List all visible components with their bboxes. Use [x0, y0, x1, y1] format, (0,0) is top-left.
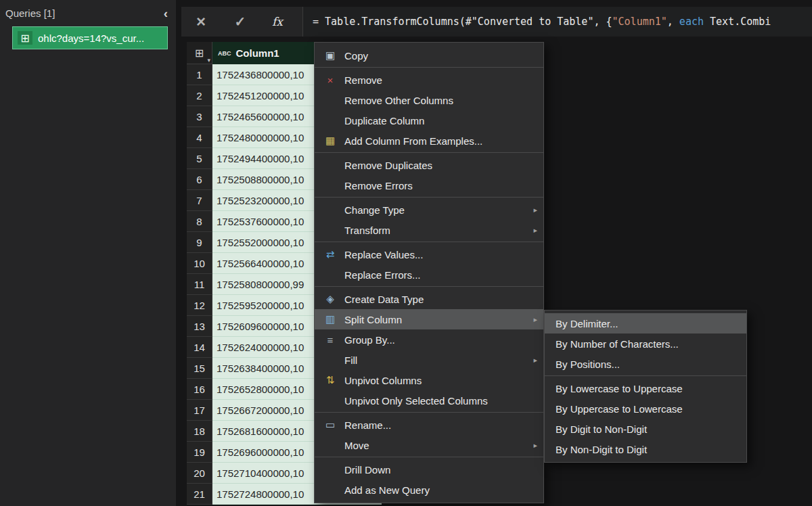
menu-item-create-data-type[interactable]: ◈Create Data Type	[315, 289, 543, 309]
confirm-formula-button[interactable]: ✓	[221, 14, 260, 30]
menu-item-label: Remove Errors	[344, 180, 413, 191]
submenu-arrow-icon: ▸	[533, 315, 537, 324]
formula-token: Text.Combi	[704, 16, 771, 28]
menu-item-remove-duplicates[interactable]: Remove Duplicates	[315, 155, 543, 175]
power-query-editor: Queries [1] ‹ ⊞ ohlc?days=14?vs_cur... ×…	[0, 0, 812, 506]
row-number[interactable]: 4	[187, 127, 212, 148]
row-number[interactable]: 19	[187, 442, 212, 463]
queries-pane: Queries [1] ‹ ⊞ ohlc?days=14?vs_cur...	[0, 0, 176, 506]
menu-separator	[315, 457, 543, 457]
query-item-label: ohlc?days=14?vs_cur...	[38, 32, 144, 44]
row-number[interactable]: 1	[187, 64, 212, 85]
menu-separator	[315, 286, 543, 287]
row-number[interactable]: 3	[187, 106, 212, 127]
menu-item-label: By Number of Characters...	[556, 338, 679, 350]
row-number[interactable]: 17	[187, 400, 212, 421]
row-number[interactable]: 9	[187, 232, 212, 253]
row-number[interactable]: 14	[187, 337, 212, 358]
row-number[interactable]: 13	[187, 316, 212, 337]
submenu-item-by-non-digit-to-digit[interactable]: By Non-Digit to Digit	[545, 439, 746, 459]
formula-input[interactable]: = Table.TransformColumns(#"Converted to …	[303, 7, 812, 37]
formula-token: each	[679, 16, 704, 28]
menu-item-group-by[interactable]: ≡Group By...	[315, 329, 543, 350]
menu-separator	[315, 412, 543, 413]
submenu-arrow-icon: ▸	[533, 356, 537, 365]
menu-item-label: Add as New Query	[344, 484, 430, 496]
row-number[interactable]: 10	[187, 253, 212, 274]
menu-item-add-as-new-query[interactable]: Add as New Query	[315, 480, 543, 500]
row-number[interactable]: 21	[187, 484, 212, 505]
row-number[interactable]: 5	[187, 148, 212, 169]
add-column-from-examples-icon: ▦	[321, 135, 339, 147]
menu-item-add-column-from-examples[interactable]: ▦Add Column From Examples...	[315, 131, 543, 151]
menu-separator	[315, 152, 543, 153]
fx-icon[interactable]: fx	[260, 15, 295, 28]
menu-item-copy[interactable]: ▣Copy	[315, 45, 543, 66]
query-table-icon: ⊞	[18, 31, 32, 45]
menu-separator	[315, 242, 543, 242]
copy-icon: ▣	[321, 49, 339, 62]
submenu-arrow-icon: ▸	[533, 206, 537, 214]
menu-item-change-type[interactable]: Change Type▸	[315, 200, 543, 220]
submenu-item-by-positions[interactable]: By Positions...	[545, 354, 746, 374]
row-number[interactable]: 15	[187, 358, 212, 379]
menu-item-remove-other-columns[interactable]: Remove Other Columns	[315, 90, 543, 110]
submenu-item-by-delimiter[interactable]: By Delimiter...	[545, 313, 746, 334]
formula-token: ,	[667, 16, 679, 28]
menu-item-move[interactable]: Move▸	[315, 435, 543, 455]
menu-item-replace-errors[interactable]: Replace Errors...	[315, 264, 543, 285]
menu-item-label: Unpivot Only Selected Columns	[344, 395, 488, 407]
menu-item-rename[interactable]: ▭Rename...	[315, 415, 543, 435]
menu-item-label: Add Column From Examples...	[344, 135, 482, 147]
split-column-icon: ▥	[321, 313, 339, 325]
table-icon: ⊞	[195, 47, 204, 60]
menu-item-label: Drill Down	[344, 464, 390, 476]
replace-values-icon: ⇄	[321, 248, 339, 260]
row-number[interactable]: 7	[187, 190, 212, 211]
submenu-item-by-number-of-characters[interactable]: By Number of Characters...	[545, 334, 746, 354]
menu-item-remove[interactable]: ×Remove	[315, 70, 543, 90]
cancel-formula-button[interactable]: ×	[181, 12, 221, 31]
row-number[interactable]: 8	[187, 211, 212, 232]
submenu-item-by-lowercase-to-uppercase[interactable]: By Lowercase to Uppercase	[545, 378, 746, 398]
menu-item-drill-down[interactable]: Drill Down	[315, 459, 543, 480]
menu-item-label: Create Data Type	[344, 294, 424, 305]
query-item[interactable]: ⊞ ohlc?days=14?vs_cur...	[12, 26, 168, 49]
row-number[interactable]: 16	[187, 379, 212, 400]
submenu-item-by-uppercase-to-lowercase[interactable]: By Uppercase to Lowercase	[545, 398, 746, 419]
menu-item-replace-values[interactable]: ⇄Replace Values...	[315, 244, 543, 264]
row-number[interactable]: 2	[187, 85, 212, 106]
formula-token: "Column1"	[612, 16, 667, 28]
menu-item-label: By Positions...	[556, 359, 620, 370]
menu-item-label: Split Column	[344, 314, 402, 325]
submenu-item-by-digit-to-non-digit[interactable]: By Digit to Non-Digit	[545, 419, 746, 439]
caret-down-icon: ▾	[207, 57, 210, 64]
table-menu-button[interactable]: ⊞ ▾	[187, 42, 212, 64]
menu-item-label: By Delimiter...	[556, 318, 618, 329]
formula-bar-buttons: × ✓ fx	[181, 7, 303, 37]
menu-item-fill[interactable]: Fill▸	[315, 350, 543, 370]
menu-item-label: Remove	[344, 74, 382, 86]
row-number[interactable]: 11	[187, 274, 212, 295]
group-by-icon: ≡	[321, 334, 339, 346]
collapse-pane-icon[interactable]: ‹	[164, 9, 168, 18]
row-number[interactable]: 6	[187, 169, 212, 190]
menu-item-label: Fill	[344, 354, 357, 366]
column-context-menu: ▣Copy×RemoveRemove Other ColumnsDuplicat…	[314, 42, 544, 503]
create-data-type-icon: ◈	[321, 293, 339, 305]
menu-item-label: Remove Duplicates	[344, 160, 432, 171]
row-number[interactable]: 12	[187, 295, 212, 316]
menu-item-unpivot-only-selected-columns[interactable]: Unpivot Only Selected Columns	[315, 390, 543, 411]
menu-item-label: By Non-Digit to Digit	[556, 444, 647, 455]
menu-item-label: By Lowercase to Uppercase	[556, 383, 683, 394]
menu-item-remove-errors[interactable]: Remove Errors	[315, 175, 543, 196]
submenu-arrow-icon: ▸	[533, 226, 537, 235]
row-number[interactable]: 20	[187, 463, 212, 484]
split-column-submenu: By Delimiter...By Number of Characters..…	[544, 310, 747, 463]
menu-item-unpivot-columns[interactable]: ⇅Unpivot Columns	[315, 370, 543, 390]
menu-item-transform[interactable]: Transform▸	[315, 220, 543, 240]
column-name: Column1	[236, 47, 279, 59]
row-number[interactable]: 18	[187, 421, 212, 442]
menu-item-duplicate-column[interactable]: Duplicate Column	[315, 110, 543, 131]
menu-item-split-column[interactable]: ▥Split Column▸	[315, 309, 543, 329]
